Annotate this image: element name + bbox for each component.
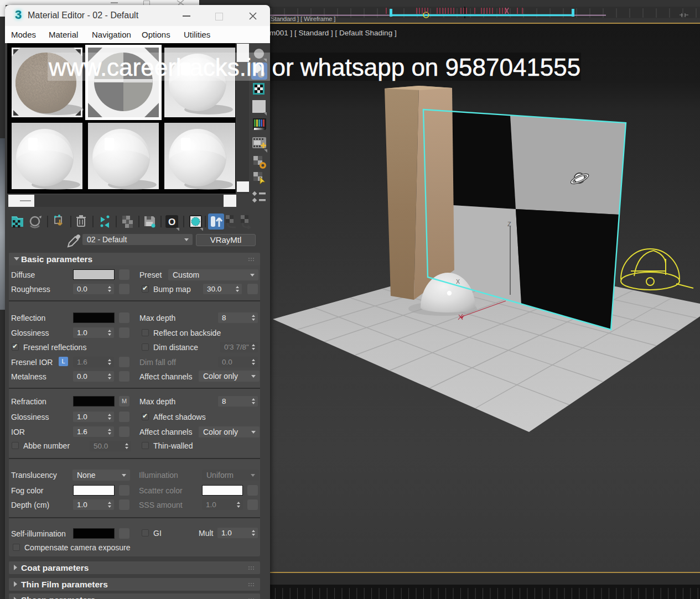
svg-text:O: O — [168, 217, 175, 227]
